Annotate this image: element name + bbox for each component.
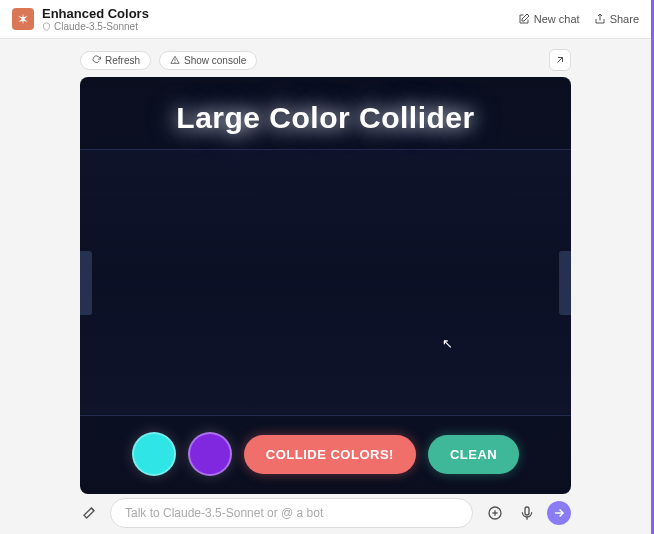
collide-button[interactable]: COLLIDE COLORS! bbox=[244, 435, 416, 474]
model-subtitle: Claude-3.5-Sonnet bbox=[42, 21, 518, 32]
highlighter-button[interactable] bbox=[80, 502, 100, 525]
toolbar: Refresh Show console bbox=[80, 45, 571, 77]
shield-icon bbox=[42, 22, 51, 31]
controls: COLLIDE COLORS! CLEAN bbox=[80, 416, 571, 494]
rail-right bbox=[559, 251, 571, 315]
highlighter-icon bbox=[82, 504, 98, 520]
header-actions: New chat Share bbox=[518, 13, 639, 25]
expand-button[interactable] bbox=[549, 49, 571, 71]
canvas-stage[interactable]: ↖ bbox=[80, 149, 571, 416]
refresh-button[interactable]: Refresh bbox=[80, 51, 151, 70]
mic-button[interactable] bbox=[515, 501, 539, 525]
mic-icon bbox=[519, 505, 535, 521]
canvas-frame: Large Color Collider ↖ COLLIDE COLORS! C… bbox=[80, 77, 571, 494]
page-title: Enhanced Colors bbox=[42, 6, 518, 21]
warning-icon bbox=[170, 55, 180, 65]
rail-left bbox=[80, 251, 92, 315]
svg-rect-5 bbox=[525, 507, 529, 515]
plus-circle-icon bbox=[487, 505, 503, 521]
input-bar bbox=[0, 494, 651, 534]
app-container: Enhanced Colors Claude-3.5-Sonnet New ch… bbox=[0, 0, 654, 534]
arrow-right-icon bbox=[552, 506, 566, 520]
clean-button[interactable]: CLEAN bbox=[428, 435, 519, 474]
show-console-button[interactable]: Show console bbox=[159, 51, 257, 70]
header: Enhanced Colors Claude-3.5-Sonnet New ch… bbox=[0, 0, 651, 39]
canvas-title: Large Color Collider bbox=[80, 77, 571, 149]
color-swatch-2[interactable] bbox=[188, 432, 232, 476]
add-button[interactable] bbox=[483, 501, 507, 525]
input-actions bbox=[483, 501, 571, 525]
content-area: Refresh Show console Large Color Collide… bbox=[0, 39, 651, 494]
app-icon bbox=[12, 8, 34, 30]
edit-icon bbox=[518, 13, 530, 25]
share-icon bbox=[594, 13, 606, 25]
external-link-icon bbox=[554, 54, 566, 66]
refresh-icon bbox=[91, 55, 101, 65]
chat-input[interactable] bbox=[110, 498, 473, 528]
cursor-icon: ↖ bbox=[442, 336, 453, 351]
share-button[interactable]: Share bbox=[594, 13, 639, 25]
header-title-block: Enhanced Colors Claude-3.5-Sonnet bbox=[42, 6, 518, 32]
color-swatch-1[interactable] bbox=[132, 432, 176, 476]
new-chat-button[interactable]: New chat bbox=[518, 13, 580, 25]
send-button[interactable] bbox=[547, 501, 571, 525]
